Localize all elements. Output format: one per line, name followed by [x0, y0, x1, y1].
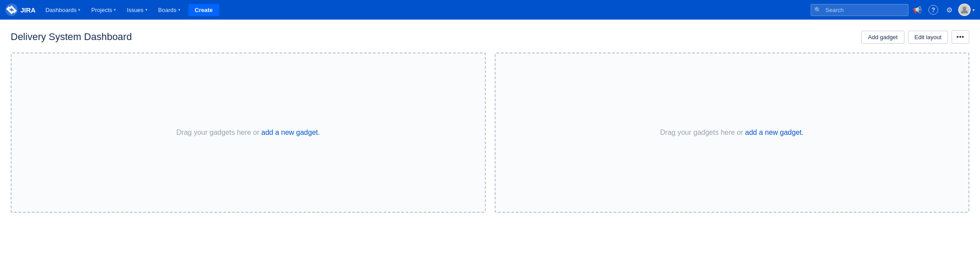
- notifications-button[interactable]: 📢: [910, 3, 924, 17]
- settings-button[interactable]: ⚙: [942, 3, 956, 17]
- svg-point-0: [963, 7, 966, 10]
- avatar-icon: [960, 5, 969, 14]
- nav-projects[interactable]: Projects ▾: [87, 0, 120, 20]
- page-title: Delivery System Dashboard: [11, 31, 132, 43]
- jira-logo[interactable]: JIRA: [5, 4, 36, 16]
- jira-logo-icon: [5, 4, 18, 16]
- nav-dashboards-label: Dashboards: [45, 7, 76, 13]
- nav-boards-caret: ▾: [178, 8, 180, 12]
- search-wrapper: 🔍: [811, 4, 908, 16]
- nav-boards[interactable]: Boards ▾: [154, 0, 185, 20]
- more-options-button[interactable]: •••: [952, 30, 969, 44]
- main-content: Delivery System Dashboard Add gadget Edi…: [0, 20, 980, 279]
- nav-boards-label: Boards: [158, 7, 176, 13]
- dashboard-header: Delivery System Dashboard Add gadget Edi…: [11, 30, 969, 44]
- search-input[interactable]: [811, 4, 908, 16]
- gadget-placeholder-text-2: Drag your gadgets here or: [660, 129, 745, 136]
- gadget-columns: Drag your gadgets here or add a new gadg…: [11, 53, 969, 213]
- add-new-gadget-link-1[interactable]: add a new gadget.: [261, 129, 320, 136]
- gadget-column-2: Drag your gadgets here or add a new gadg…: [495, 53, 970, 213]
- gadget-placeholder-1: Drag your gadgets here or add a new gadg…: [176, 129, 320, 137]
- add-gadget-button[interactable]: Add gadget: [861, 31, 904, 44]
- add-new-gadget-link-2[interactable]: add a new gadget.: [745, 129, 804, 136]
- jira-logo-text: JIRA: [20, 6, 36, 14]
- gadget-placeholder-text-1: Drag your gadgets here or: [176, 129, 261, 136]
- user-menu-caret: ▾: [972, 8, 975, 12]
- nav-issues-caret: ▾: [145, 8, 148, 12]
- user-avatar[interactable]: [958, 4, 971, 16]
- nav-dashboards[interactable]: Dashboards ▾: [41, 0, 85, 20]
- nav-dashboards-caret: ▾: [78, 8, 80, 12]
- gadget-placeholder-2: Drag your gadgets here or add a new gadg…: [660, 129, 804, 137]
- navbar-right: 🔍 📢 ? ⚙ ▾: [811, 3, 975, 17]
- nav-issues-label: Issues: [127, 7, 144, 13]
- edit-layout-button[interactable]: Edit layout: [908, 31, 948, 44]
- settings-icon: ⚙: [946, 6, 952, 14]
- notifications-icon: 📢: [913, 6, 922, 14]
- create-button[interactable]: Create: [188, 4, 219, 16]
- gadget-column-1: Drag your gadgets here or add a new gadg…: [11, 53, 486, 213]
- nav-projects-label: Projects: [91, 7, 112, 13]
- nav-issues[interactable]: Issues ▾: [122, 0, 152, 20]
- help-icon: ?: [928, 5, 938, 15]
- nav-projects-caret: ▾: [114, 8, 116, 12]
- help-button[interactable]: ?: [926, 3, 940, 17]
- navbar: JIRA Dashboards ▾ Projects ▾ Issues ▾ Bo…: [0, 0, 980, 20]
- header-actions: Add gadget Edit layout •••: [861, 30, 969, 44]
